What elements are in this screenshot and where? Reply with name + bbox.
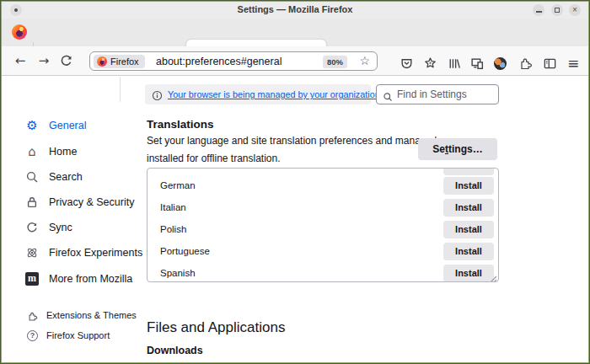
settings-page: ⚙ General ⌂ Home Search Privacy & Securi… [2,77,588,362]
resize-grip[interactable] [489,272,497,281]
back-button[interactable]: ← [12,53,29,70]
sidebar-item-extensions-themes[interactable]: Extensions & Themes [27,308,137,323]
maximize-icon [555,8,560,13]
language-name: Polish [160,224,186,234]
lock-icon [25,195,39,209]
firefox-window: Settings — Mozilla Firefox × ★ Проект Op… [0,0,590,364]
install-button-spanish[interactable]: Install [443,265,494,282]
language-name: Spanish [160,268,196,278]
url-bar[interactable]: Firefox about:preferences#general 80% ☆ [89,51,378,71]
sidebar-toggle-button[interactable] [543,56,557,71]
translations-settings-button[interactable]: Settings… [418,138,497,160]
sidebar-item-sync[interactable]: Sync [25,218,72,237]
translation-languages-list[interactable]: German Install Italian Install Polish In… [147,168,499,282]
minimize-icon [536,11,542,13]
library-icon [447,56,461,71]
sidebar-item-label: Firefox Experiments [49,247,142,259]
info-icon [152,89,163,100]
pocket-button[interactable] [400,56,414,71]
sidebar-item-more-from-mozilla[interactable]: m More from Mozilla [25,270,132,288]
search-icon [25,170,39,184]
find-in-settings-input[interactable] [397,86,495,103]
nav-toolbar: ← → Firefox about:preferences#general 80… [2,46,588,76]
sidebar-item-privacy-security[interactable]: Privacy & Security [25,193,134,211]
find-in-settings[interactable] [376,84,499,104]
gear-icon: ⚙ [25,119,39,132]
devices-icon [470,56,485,71]
managed-notice-banner: Your browser is being managed by your or… [145,84,371,104]
puzzle-icon [27,310,38,321]
firefox-logo-icon [12,24,27,40]
language-name: German [160,180,196,190]
sidebar-item-search[interactable]: Search [25,168,83,186]
extensions-button[interactable] [518,56,533,71]
atom-icon [25,246,39,260]
puzzle-icon [518,56,533,71]
language-name: Portuguese [160,246,210,256]
sidebar-item-label: General [49,120,86,131]
window-title: Settings — Mozilla Firefox [2,4,588,14]
translations-description: installed for offline translation. [147,153,281,164]
library-button[interactable] [447,56,461,71]
sidebar-item-firefox-experiments[interactable]: Firefox Experiments [25,244,142,262]
devices-button[interactable] [470,56,485,71]
firefox-chip-icon [97,56,107,67]
downloads-heading: Downloads [147,345,203,356]
sidebar-item-label: Home [49,146,77,158]
maximize-button[interactable] [551,4,563,16]
sidebar-item-label: More from Mozilla [49,273,132,285]
reload-button[interactable] [57,54,74,71]
button-text: tings… [448,143,483,155]
mozilla-icon: m [25,272,39,286]
sidebar-item-firefox-support[interactable]: ? Firefox Support [27,328,110,343]
titlebar: Settings — Mozilla Firefox × [2,2,588,19]
sidebar-footer-label: Firefox Support [46,330,110,340]
language-name: Italian [160,202,186,212]
pocket-icon [400,56,414,71]
sidebar-footer-label: Extensions & Themes [46,310,137,320]
app-menu-button[interactable]: ≡ [567,54,582,68]
search-engine-chip[interactable]: Firefox [94,55,145,68]
extension-globe-button[interactable] [494,57,507,70]
sidebar-item-general[interactable]: ⚙ General [25,116,86,135]
sidebar-item-label: Privacy & Security [49,196,134,208]
minimize-button[interactable] [533,4,544,16]
files-applications-heading: Files and Applications [147,319,285,336]
install-button-italian[interactable]: Install [443,199,494,217]
button-text: Se [432,143,445,155]
managed-notice-link[interactable]: Your browser is being managed by your or… [168,89,383,99]
tab-bar: ★ Проект OpenNet - всё, что × ⚙ Settings… [2,19,588,46]
close-window-button[interactable]: × [569,4,581,16]
sync-icon [25,221,39,234]
forward-button[interactable]: → [35,53,52,70]
sidebar-item-home[interactable]: ⌂ Home [25,142,77,161]
install-button-partial[interactable] [443,168,494,175]
star-badge-icon [423,56,437,71]
bookmark-star-icon[interactable]: ☆ [359,54,370,67]
search-engine-label: Firefox [110,56,139,67]
url-text[interactable]: about:preferences#general [156,56,282,67]
extension-badge-button[interactable] [423,56,437,71]
sidebar-item-label: Sync [49,222,72,233]
reload-icon [59,54,73,68]
content-top-divider [120,77,121,102]
install-button-polish[interactable]: Install [443,221,494,238]
sidebar-item-label: Search [49,171,83,183]
sidebar-toggle-icon [543,56,557,71]
install-button-portuguese[interactable]: Install [443,243,494,260]
zoom-level-badge[interactable]: 80% [323,56,347,68]
search-icon [383,90,393,100]
install-button-german[interactable]: Install [443,177,494,195]
translations-heading: Translations [147,118,214,131]
close-window-icon: × [569,4,581,16]
question-icon: ? [27,330,38,341]
home-icon: ⌂ [25,145,39,158]
